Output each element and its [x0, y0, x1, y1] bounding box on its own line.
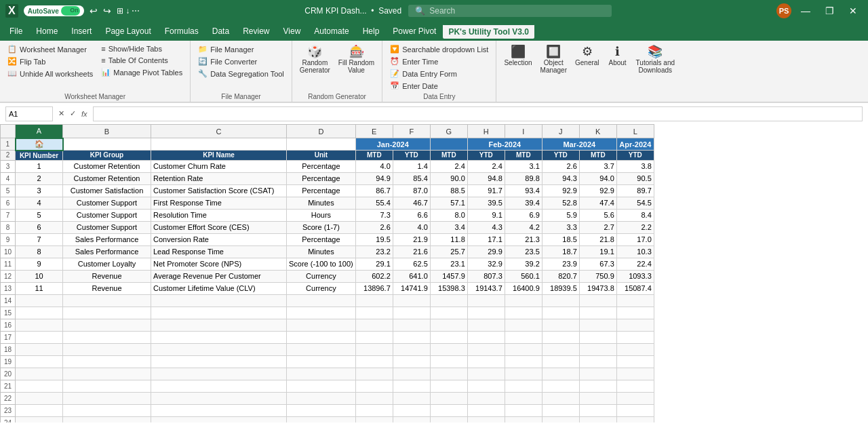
cell-a1[interactable]: 🏠	[16, 138, 63, 151]
cell-c2[interactable]: KPI Name	[151, 151, 287, 161]
ribbon-group-worksheet-manager: 📋 Worksheet Manager 🔀 Flip Tab 📖 Unhide …	[0, 41, 191, 102]
function-icon[interactable]: ✕	[58, 109, 64, 118]
ribbon-btn-fill-random[interactable]: 🎰 Fill RandomValue	[335, 43, 378, 76]
ribbon-btn-tutorials[interactable]: 📚 Tutorials andDownloads	[633, 43, 678, 76]
ribbon-btn-enter-time[interactable]: ⏰ Enter Time	[387, 56, 492, 67]
cell-apr-header[interactable]: Apr-2024	[616, 138, 654, 151]
ribbon-btn-searchable-dropdown[interactable]: 🔽 Searchable dropdown List	[387, 43, 492, 55]
cell-c1[interactable]	[151, 138, 287, 151]
menu-insert[interactable]: Insert	[64, 24, 98, 38]
cell-reference-box[interactable]	[5, 106, 53, 121]
col-header-d[interactable]: D	[287, 125, 356, 138]
ribbon-btn-file-manager[interactable]: 📁 File Manager	[195, 43, 288, 55]
global-search[interactable]: 🔍 Search	[408, 5, 612, 17]
menu-home[interactable]: Home	[29, 24, 64, 38]
menu-pk-utility[interactable]: PK's Utility Tool V3.0	[443, 24, 534, 39]
cell-b2[interactable]: KPI Group	[63, 151, 151, 161]
autosave-label: AutoSave	[28, 7, 59, 15]
cell-d1[interactable]	[287, 138, 356, 151]
cell-a2[interactable]: KPI Number	[16, 151, 63, 161]
cell-h2[interactable]: YTD	[467, 151, 505, 161]
workbook-title: CRM KPI Dash... • Saved 🔍 Search	[304, 5, 612, 17]
minimize-button[interactable]: —	[795, 4, 816, 18]
table-contents-icon: ≡	[101, 56, 105, 64]
undo-icon[interactable]: ↩	[90, 5, 98, 16]
cell-feb-header[interactable]: Feb-2024	[467, 138, 542, 151]
menu-formulas[interactable]: Formulas	[158, 24, 205, 38]
col-header-f[interactable]: F	[393, 125, 430, 138]
menu-page-layout[interactable]: Page Layout	[98, 24, 157, 38]
menu-review[interactable]: Review	[236, 24, 276, 38]
ribbon-group-label-data-entry: Data Entry	[387, 93, 492, 100]
cell-mar-header[interactable]: Mar-2024	[542, 138, 616, 151]
ribbon-btn-file-converter[interactable]: 🔄 File Converter	[195, 56, 288, 67]
table-row: 4 2 Customer Retention Retention Rate Pe…	[1, 172, 654, 184]
cell-f2[interactable]: YTD	[393, 151, 430, 161]
ribbon-btn-enter-date[interactable]: 📅 Enter Date	[387, 80, 492, 92]
col-header-h[interactable]: H	[467, 125, 505, 138]
menu-help[interactable]: Help	[356, 24, 387, 38]
ribbon-btn-manage-pivot[interactable]: 📊 Manage Pivot Tables	[98, 66, 186, 78]
check-icon[interactable]: ✓	[70, 109, 76, 118]
cell-b1[interactable]	[63, 138, 151, 151]
ribbon-btn-unhide[interactable]: 📖 Unhide All worksheets	[4, 68, 96, 79]
col-header-c[interactable]: C	[151, 125, 287, 138]
cell-e2[interactable]: MTD	[355, 151, 393, 161]
col-header-b[interactable]: B	[63, 125, 151, 138]
col-header-l[interactable]: L	[616, 125, 654, 138]
redo-icon[interactable]: ↪	[103, 5, 111, 16]
ribbon-btn-worksheet-manager[interactable]: 📋 Worksheet Manager	[4, 43, 96, 55]
ribbon-btn-object-manager[interactable]: 🔲 ObjectManager	[537, 43, 570, 76]
ribbon-group-label-random: Random Generator	[296, 93, 378, 100]
table-row: 10 8 Sales Performance Lead Response Tim…	[1, 245, 654, 258]
cell-l2[interactable]: YTD	[616, 151, 654, 161]
ribbon-btn-table-contents[interactable]: ≡ Table Of Contents	[98, 55, 186, 66]
data-entry-icon: 📝	[390, 69, 399, 78]
ribbon-btn-flip-tab[interactable]: 🔀 Flip Tab	[4, 56, 96, 67]
menu-bar: File Home Insert Page Layout Formulas Da…	[0, 22, 868, 41]
col-header-j[interactable]: J	[542, 125, 579, 138]
fill-random-icon: 🎰	[349, 45, 364, 58]
ribbon-btn-show-hide-tabs[interactable]: ≡ Show/Hide Tabs	[98, 43, 186, 54]
data-seg-icon: 🔧	[198, 69, 208, 78]
close-button[interactable]: ✕	[844, 4, 863, 18]
ribbon-btn-selection[interactable]: ⬛ Selection	[500, 43, 535, 68]
menu-view[interactable]: View	[277, 24, 308, 38]
formula-input[interactable]	[93, 106, 863, 121]
cell-j2[interactable]: YTD	[542, 151, 579, 161]
table-row: 24	[1, 416, 654, 422]
spreadsheet[interactable]: A B C D E F G H I J K L 1 🏠 J	[0, 124, 868, 422]
menu-power-pivot[interactable]: Power Pivot	[386, 24, 443, 38]
cell-d2[interactable]: Unit	[287, 151, 356, 161]
ribbon-btn-data-seg[interactable]: 🔧 Data Segregation Tool	[195, 68, 288, 79]
menu-automate[interactable]: Automate	[307, 24, 355, 38]
ribbon-btn-random-generator[interactable]: 🎲 RandomGenerator	[296, 43, 334, 76]
col-header-i[interactable]: I	[505, 125, 542, 138]
col-header-g[interactable]: G	[430, 125, 467, 138]
cell-g1[interactable]	[430, 138, 467, 151]
file-converter-icon: 🔄	[198, 57, 208, 66]
title-bar-left: X AutoSave On ↩ ↪ ⊞ ↓ ⋯	[5, 4, 140, 18]
ribbon-group-items-tools: ⬛ Selection 🔲 ObjectManager ⚙ General ℹ …	[500, 43, 678, 99]
autosave-toggle[interactable]: On	[61, 6, 80, 16]
manage-pivot-icon: 📊	[101, 68, 111, 77]
cell-k2[interactable]: MTD	[579, 151, 616, 161]
cell-g2[interactable]: MTD	[430, 151, 467, 161]
table-row: 9 7 Sales Performance Conversion Rate Pe…	[1, 233, 654, 245]
cell-jan-header[interactable]: Jan-2024	[355, 138, 430, 151]
quick-tools[interactable]: ⊞ ↓ ⋯	[117, 6, 140, 16]
table-row: 15	[1, 307, 654, 319]
ribbon-btn-about[interactable]: ℹ About	[604, 43, 631, 68]
col-header-e[interactable]: E	[355, 125, 393, 138]
ribbon-btn-general[interactable]: ⚙ General	[572, 43, 603, 68]
cell-i2[interactable]: MTD	[505, 151, 542, 161]
ribbon-btn-data-entry-form[interactable]: 📝 Data Entry Form	[387, 68, 492, 79]
col-header-a[interactable]: A	[16, 125, 63, 138]
menu-file[interactable]: File	[3, 24, 29, 38]
tutorials-icon: 📚	[648, 45, 663, 58]
table-row: 16	[1, 319, 654, 331]
menu-data[interactable]: Data	[205, 24, 236, 38]
ribbon-group-items-data-entry: 🔽 Searchable dropdown List ⏰ Enter Time …	[387, 43, 492, 92]
col-header-k[interactable]: K	[579, 125, 616, 138]
restore-button[interactable]: ❐	[820, 4, 840, 18]
